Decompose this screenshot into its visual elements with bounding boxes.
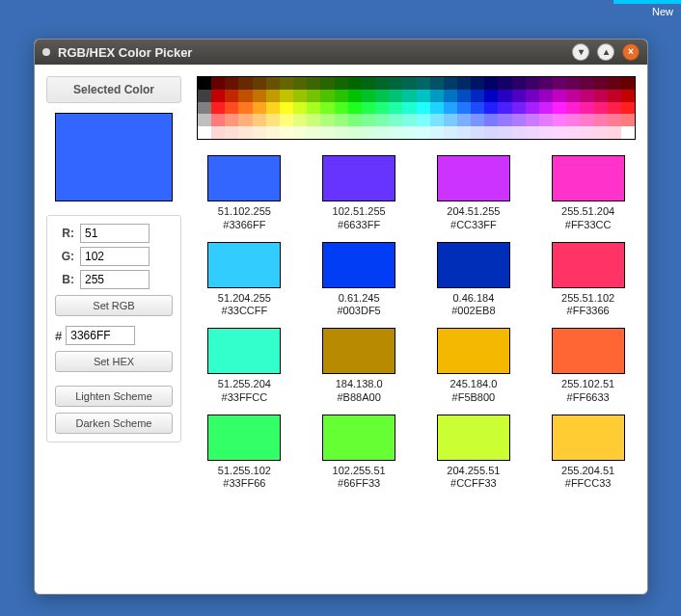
palette-cell[interactable] [348,102,362,115]
palette-cell[interactable] [402,77,416,90]
palette-cell[interactable] [594,126,608,139]
palette-cell[interactable] [362,126,375,139]
palette-cell[interactable] [293,114,307,126]
palette-cell[interactable] [553,126,566,139]
palette-cell[interactable] [580,114,593,126]
palette-cell[interactable] [526,126,539,139]
palette-cell[interactable] [580,102,593,115]
scheme-swatch-color[interactable] [552,242,625,288]
palette-cell[interactable] [444,102,457,115]
maximize-button[interactable]: ▴ [597,43,614,61]
palette-cell[interactable] [498,102,511,115]
palette-cell[interactable] [566,77,580,90]
scheme-swatch-color[interactable] [322,415,395,461]
palette-cell[interactable] [211,77,225,90]
palette-cell[interactable] [225,90,238,102]
palette-cell[interactable] [457,114,471,126]
palette-cell[interactable] [608,102,621,115]
palette-cell[interactable] [580,90,593,102]
palette-cell[interactable] [253,90,266,102]
palette-cell[interactable] [320,114,334,126]
palette-cell[interactable] [307,114,320,126]
palette-cell[interactable] [198,126,211,139]
palette-cell[interactable] [225,126,238,139]
palette-cell[interactable] [238,102,252,115]
set-rgb-button[interactable]: Set RGB [55,295,173,316]
palette-cell[interactable] [621,77,635,90]
palette-cell[interactable] [608,126,621,139]
palette-cell[interactable] [444,114,457,126]
palette-cell[interactable] [307,77,320,90]
palette-cell[interactable] [211,114,225,126]
palette-cell[interactable] [621,126,635,139]
palette-cell[interactable] [539,90,553,102]
palette-cell[interactable] [417,126,430,139]
b-input[interactable] [80,270,150,289]
scheme-swatch-color[interactable] [437,242,510,288]
palette-cell[interactable] [417,77,430,90]
palette-cell[interactable] [430,77,444,90]
scheme-swatch-color[interactable] [552,328,625,374]
palette-cell[interactable] [320,102,334,115]
palette-cell[interactable] [430,90,444,102]
palette-cell[interactable] [307,90,320,102]
palette-cell[interactable] [375,114,389,126]
scheme-swatch-color[interactable] [207,328,281,374]
palette-cell[interactable] [566,90,580,102]
palette-cell[interactable] [280,77,293,90]
palette-cell[interactable] [608,114,621,126]
palette-cell[interactable] [457,77,471,90]
palette-cell[interactable] [335,77,348,90]
titlebar[interactable]: RGB/HEX Color Picker ▾ ▴ × [35,40,647,65]
palette-cell[interactable] [457,102,471,115]
palette-cell[interactable] [484,77,498,90]
palette-cell[interactable] [225,77,238,90]
selected-color-swatch[interactable] [55,113,173,201]
palette-cell[interactable] [266,90,280,102]
palette-cell[interactable] [512,102,526,115]
palette-cell[interactable] [389,126,402,139]
palette-cell[interactable] [484,90,498,102]
palette-cell[interactable] [348,90,362,102]
palette-cell[interactable] [498,90,511,102]
palette-cell[interactable] [526,90,539,102]
palette-cell[interactable] [348,126,362,139]
palette-cell[interactable] [430,102,444,115]
minimize-button[interactable]: ▾ [572,43,589,61]
palette-cell[interactable] [594,114,608,126]
palette-cell[interactable] [553,77,566,90]
palette-cell[interactable] [375,126,389,139]
palette-cell[interactable] [280,114,293,126]
r-input[interactable] [80,224,150,243]
palette-cell[interactable] [253,77,266,90]
palette-cell[interactable] [566,126,580,139]
palette-cell[interactable] [553,114,566,126]
palette-cell[interactable] [348,114,362,126]
hex-input[interactable] [66,326,135,345]
palette-cell[interactable] [225,102,238,115]
scheme-swatch-color[interactable] [322,328,395,374]
palette-cell[interactable] [566,102,580,115]
palette-cell[interactable] [539,102,553,115]
palette-cell[interactable] [402,126,416,139]
palette-cell[interactable] [293,90,307,102]
scheme-swatch-color[interactable] [207,415,281,461]
palette-cell[interactable] [417,102,430,115]
palette-cell[interactable] [484,114,498,126]
palette-cell[interactable] [266,126,280,139]
palette-cell[interactable] [293,126,307,139]
palette-cell[interactable] [238,126,252,139]
palette-cell[interactable] [266,114,280,126]
palette-cell[interactable] [430,114,444,126]
palette-cell[interactable] [362,77,375,90]
palette-cell[interactable] [471,90,484,102]
palette-cell[interactable] [621,90,635,102]
palette-cell[interactable] [498,77,511,90]
palette-cell[interactable] [621,102,635,115]
palette-cell[interactable] [512,77,526,90]
palette-cell[interactable] [471,114,484,126]
palette-cell[interactable] [512,126,526,139]
palette-cell[interactable] [580,126,593,139]
palette-cell[interactable] [471,126,484,139]
scheme-swatch-color[interactable] [437,415,510,461]
